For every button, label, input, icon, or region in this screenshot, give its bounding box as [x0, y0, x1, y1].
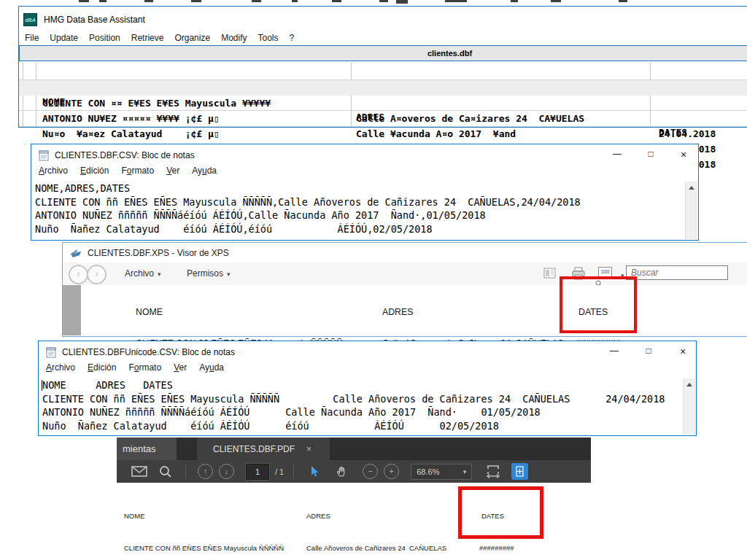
table-row[interactable]: ANTONIO NU¥EZ ¤¤¤¤¤ ¥¥¥¥ ¡¢£ µ▯ Calle ¥a…	[19, 96, 747, 111]
table-caption-bar: clientes.dbf	[19, 45, 747, 61]
menu-item[interactable]: Archivo	[46, 362, 75, 373]
text-line: NOME,ADRES,DATES	[31, 182, 686, 195]
archivo-menu-button[interactable]: Archivo▾	[125, 268, 161, 279]
previous-page-button[interactable]: ↑	[198, 464, 213, 479]
highlight-annotation-rectangle	[560, 276, 637, 333]
pdf-tabbar: mientas CLIENTES.DBF.PDF ×	[117, 438, 591, 460]
scroll-up-icon	[686, 383, 692, 386]
text-line: CLIENTE CON ññ EÑES EÑES Mayuscula ÑÑÑÑÑ…	[31, 195, 686, 209]
scroll-up-icon	[689, 186, 694, 190]
close-button[interactable]: ×	[677, 346, 689, 357]
zoom-out-button[interactable]: −	[363, 464, 378, 479]
hmg-dba-window: dBA HMG Data Base Assistant FileUpdatePo…	[18, 6, 747, 128]
text-line: Nuño Ñañez Calatayud éíóú ÁÉÍÓÚ éíóú ÁÉÍ…	[39, 419, 684, 433]
select-tool-button[interactable]	[308, 465, 320, 478]
permisos-menu-button[interactable]: Permisos▾	[187, 268, 231, 279]
page-total-label: / 1	[275, 467, 284, 476]
text-editor[interactable]: NOME ADRES DATES CLIENTE CON ññ EÑES EÑE…	[39, 378, 684, 435]
zoom-in-button[interactable]: +	[384, 464, 399, 479]
notepad-menubar[interactable]: ArchivoEdiciónFormatoVerAyuda	[39, 166, 217, 176]
page-layout-button[interactable]	[543, 267, 556, 282]
xps-titlebar: CLIENTES.DBF.XPS - Visor de XPS	[70, 248, 229, 258]
vertical-scrollbar[interactable]	[683, 378, 695, 435]
table-row[interactable]: Nu¤o ¥a¤ez Calatayud ¡¢£ µ▯ ¡¢£ µ▯ 02.05…	[19, 111, 747, 126]
cell-nome: Nu¤o ¥a¤ez Calatayud ¡¢£ µ▯	[42, 126, 220, 141]
cell-adres: Calle ¥acunda A¤o 2017 ¥and	[356, 126, 516, 141]
notepad-icon	[46, 346, 56, 358]
menu-item[interactable]: Ver	[174, 362, 187, 373]
text-line: ANTONIO NUÑEZ ñññññ ÑÑÑÑáéíóú ÁÉÍÓÚ,Call…	[31, 209, 686, 222]
menu-item[interactable]: Ayuda	[199, 362, 224, 373]
doc-column-nome: NOME CLIENTE CON ññ EÑES EÑES Mayuscula …	[124, 490, 284, 560]
minimize-button[interactable]: —	[608, 346, 620, 356]
tab-close-icon[interactable]: ×	[306, 444, 311, 454]
minimize-button[interactable]: —	[611, 149, 623, 159]
hand-tool-button[interactable]	[336, 465, 348, 478]
pdf-viewer-window: mientas CLIENTES.DBF.PDF × ↑ ↓ 1 / 1 − +…	[117, 438, 591, 560]
menu-item[interactable]: Modify	[221, 33, 247, 43]
xps-app-icon	[70, 249, 82, 258]
text-caret	[42, 380, 42, 391]
menu-item[interactable]: Ver	[166, 166, 179, 176]
menu-item[interactable]: Position	[89, 33, 120, 43]
doc-col-header: NOME	[124, 511, 284, 522]
forward-button[interactable]: ›	[87, 265, 107, 284]
tab-herramientas[interactable]: mientas	[117, 438, 177, 460]
search-icon-button[interactable]	[159, 465, 172, 478]
pdf-toolbar: ↑ ↓ 1 / 1 − + 68.6% ▾	[117, 460, 591, 483]
xps-toolbar: ‹ › Archivo▾ Permisos▾ 100 ▾	[63, 262, 747, 286]
maximize-button[interactable]: □	[645, 149, 657, 159]
page-number-input[interactable]: 1	[246, 464, 269, 480]
table-row[interactable]: CLIENTE CON ¤¤ E¥ES E¥ES Mayuscula ¥¥¥¥¥…	[19, 80, 747, 96]
hmg-app-icon: dBA	[23, 13, 37, 26]
window-title: CLIENTES.DBFUnicode.CSV: Bloc de notas	[62, 347, 235, 357]
menu-item[interactable]: Edición	[80, 166, 109, 176]
menu-item[interactable]: Organize	[174, 33, 210, 43]
vertical-scrollbar[interactable]	[685, 182, 697, 239]
text-editor[interactable]: NOME,ADRES,DATES CLIENTE CON ññ EÑES EÑE…	[31, 182, 686, 239]
search-input[interactable]	[626, 265, 728, 280]
doc-col-header: ADRES	[306, 511, 446, 522]
email-button[interactable]	[131, 466, 147, 477]
notepad-menubar[interactable]: ArchivoEdiciónFormatoVerAyuda	[46, 362, 224, 373]
window-title: CLIENTES.DBF.CSV: Bloc de notas	[55, 150, 195, 160]
close-button[interactable]: ×	[678, 149, 689, 160]
doc-column-adres: ADRES Calle Añoveros de Cañizares 24 CAÑ…	[306, 490, 446, 560]
notepad-csv-window: CLIENTES.DBF.CSV: Bloc de notas — □ × Ar…	[31, 144, 699, 241]
doc-cell: CLIENTE CON ññ EÑES EÑES Mayuscula ÑÑÑÑÑ	[124, 543, 284, 554]
next-page-button[interactable]: ↓	[219, 464, 234, 479]
chevron-down-icon: ▾	[463, 468, 467, 475]
fit-width-button[interactable]	[485, 464, 501, 479]
maximize-button[interactable]: □	[643, 346, 654, 356]
doc-col-header: ADRES	[382, 307, 564, 317]
xps-viewer-window: CLIENTES.DBF.XPS - Visor de XPS ‹ › Arch…	[62, 242, 747, 337]
doc-cell: #########	[479, 543, 514, 554]
back-button[interactable]: ‹	[69, 265, 88, 284]
text-line: CLIENTE CON ññ EÑES EÑES Mayuscula ÑÑÑÑÑ…	[39, 392, 684, 406]
screen: { "icons": { "minimize": "—", "maximize"…	[0, 0, 747, 560]
window-title: CLIENTES.DBF.XPS - Visor de XPS	[88, 248, 229, 258]
menu-item[interactable]: Retrieve	[131, 33, 164, 43]
menu-item[interactable]: Archivo	[39, 166, 68, 176]
menu-item[interactable]: Ayuda	[192, 166, 217, 176]
tab-clientes-pdf[interactable]: CLIENTES.DBF.PDF ×	[197, 438, 330, 460]
zoom-level-select[interactable]: 68.6% ▾	[411, 464, 472, 480]
notepad-icon	[39, 149, 49, 161]
text-line: NOME ADRES DATES	[39, 378, 684, 392]
pdf-page-view: NOME CLIENTE CON ññ EÑES EÑES Mayuscula …	[117, 483, 591, 560]
menu-item[interactable]: Tools	[258, 33, 278, 43]
page-tools-active-button[interactable]	[511, 463, 528, 480]
menu-item[interactable]: ?	[290, 33, 295, 43]
chevron-down-icon: ▾	[227, 271, 231, 278]
page-margin-strip	[63, 285, 81, 335]
text-line: ANTONIO NUÑEZ ñññññ ÑÑÑÑáéíóú ÁÉÍÓÚ Call…	[39, 405, 684, 419]
menu-item[interactable]: Edición	[88, 362, 116, 373]
menu-item[interactable]: Update	[50, 33, 78, 43]
notepad-unicode-window: CLIENTES.DBFUnicode.CSV: Bloc de notas —…	[38, 341, 697, 436]
hmg-menubar[interactable]: FileUpdatePositionRetrieveOrganizeModify…	[25, 33, 294, 43]
menu-item[interactable]: Formato	[128, 362, 161, 373]
hmg-titlebar: dBA HMG Data Base Assistant	[23, 13, 145, 26]
menu-item[interactable]: Formato	[121, 166, 154, 176]
toolbar-divider	[293, 465, 294, 478]
menu-item[interactable]: File	[25, 33, 39, 43]
